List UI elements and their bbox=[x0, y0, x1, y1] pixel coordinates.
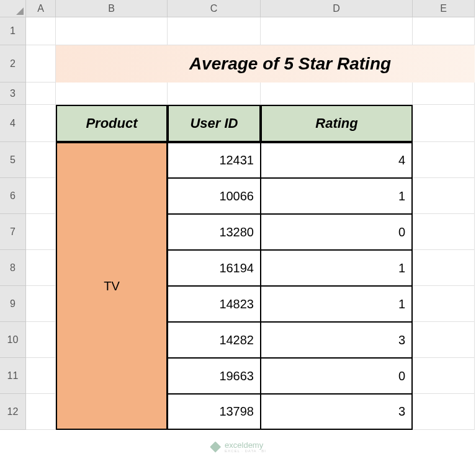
col-header-e[interactable]: E bbox=[413, 0, 475, 17]
watermark: exceldemy EXCEL · DATA · BI bbox=[210, 441, 266, 453]
rating-9[interactable]: 1 bbox=[261, 286, 413, 322]
col-header-c[interactable]: C bbox=[168, 0, 261, 17]
cell-d3[interactable] bbox=[261, 83, 413, 105]
row-header-12[interactable]: 12 bbox=[0, 394, 26, 430]
spreadsheet-grid: A B C D E 1 2 Average of 5 Star Rating 3… bbox=[0, 0, 476, 430]
cell-e3[interactable] bbox=[413, 83, 475, 105]
cell-e6[interactable] bbox=[413, 178, 475, 214]
cell-a9[interactable] bbox=[26, 286, 56, 322]
row-header-2[interactable]: 2 bbox=[0, 45, 26, 83]
cell-a7[interactable] bbox=[26, 214, 56, 250]
watermark-name: exceldemy bbox=[225, 441, 266, 449]
cell-d1[interactable] bbox=[261, 17, 413, 45]
row-header-9[interactable]: 9 bbox=[0, 286, 26, 322]
row-header-10[interactable]: 10 bbox=[0, 322, 26, 358]
watermark-text: exceldemy EXCEL · DATA · BI bbox=[225, 441, 266, 453]
cell-e8[interactable] bbox=[413, 250, 475, 286]
row-header-7[interactable]: 7 bbox=[0, 214, 26, 250]
cell-a8[interactable] bbox=[26, 250, 56, 286]
row-header-6[interactable]: 6 bbox=[0, 178, 26, 214]
cell-b3[interactable] bbox=[56, 83, 168, 105]
userid-10[interactable]: 14282 bbox=[168, 322, 261, 358]
cell-a2[interactable] bbox=[26, 45, 56, 83]
cell-c3[interactable] bbox=[168, 83, 261, 105]
header-product[interactable]: Product bbox=[56, 105, 168, 142]
watermark-tagline: EXCEL · DATA · BI bbox=[225, 449, 266, 453]
rating-6[interactable]: 1 bbox=[261, 178, 413, 214]
row-header-1[interactable]: 1 bbox=[0, 17, 26, 45]
row-header-3[interactable]: 3 bbox=[0, 83, 26, 105]
rating-7[interactable]: 0 bbox=[261, 214, 413, 250]
product-cell[interactable]: TV bbox=[56, 142, 168, 430]
row-header-5[interactable]: 5 bbox=[0, 142, 26, 178]
cell-a5[interactable] bbox=[26, 142, 56, 178]
cell-e4[interactable] bbox=[413, 105, 475, 142]
rating-10[interactable]: 3 bbox=[261, 322, 413, 358]
cell-e5[interactable] bbox=[413, 142, 475, 178]
row-header-8[interactable]: 8 bbox=[0, 250, 26, 286]
userid-11[interactable]: 19663 bbox=[168, 358, 261, 394]
col-header-b[interactable]: B bbox=[56, 0, 168, 17]
cell-a11[interactable] bbox=[26, 358, 56, 394]
cell-b1[interactable] bbox=[56, 17, 168, 45]
cell-a12[interactable] bbox=[26, 394, 56, 430]
cell-a6[interactable] bbox=[26, 178, 56, 214]
cell-e9[interactable] bbox=[413, 286, 475, 322]
row-header-11[interactable]: 11 bbox=[0, 358, 26, 394]
watermark-icon bbox=[210, 442, 221, 453]
cell-e1[interactable] bbox=[413, 17, 475, 45]
userid-6[interactable]: 10066 bbox=[168, 178, 261, 214]
userid-9[interactable]: 14823 bbox=[168, 286, 261, 322]
userid-5[interactable]: 12431 bbox=[168, 142, 261, 178]
rating-5[interactable]: 4 bbox=[261, 142, 413, 178]
cell-e10[interactable] bbox=[413, 322, 475, 358]
cell-a10[interactable] bbox=[26, 322, 56, 358]
cell-c1[interactable] bbox=[168, 17, 261, 45]
cell-a3[interactable] bbox=[26, 83, 56, 105]
cell-a1[interactable] bbox=[26, 17, 56, 45]
cell-e11[interactable] bbox=[413, 358, 475, 394]
title-cell[interactable]: Average of 5 Star Rating bbox=[56, 45, 475, 83]
userid-12[interactable]: 13798 bbox=[168, 394, 261, 430]
col-header-a[interactable]: A bbox=[26, 0, 56, 17]
rating-11[interactable]: 0 bbox=[261, 358, 413, 394]
header-userid[interactable]: User ID bbox=[168, 105, 261, 142]
row-header-4[interactable]: 4 bbox=[0, 105, 26, 142]
col-header-d[interactable]: D bbox=[261, 0, 413, 17]
select-all-corner[interactable] bbox=[0, 0, 26, 17]
rating-8[interactable]: 1 bbox=[261, 250, 413, 286]
cell-a4[interactable] bbox=[26, 105, 56, 142]
userid-7[interactable]: 13280 bbox=[168, 214, 261, 250]
header-rating[interactable]: Rating bbox=[261, 105, 413, 142]
userid-8[interactable]: 16194 bbox=[168, 250, 261, 286]
rating-12[interactable]: 3 bbox=[261, 394, 413, 430]
cell-e12[interactable] bbox=[413, 394, 475, 430]
cell-e7[interactable] bbox=[413, 214, 475, 250]
